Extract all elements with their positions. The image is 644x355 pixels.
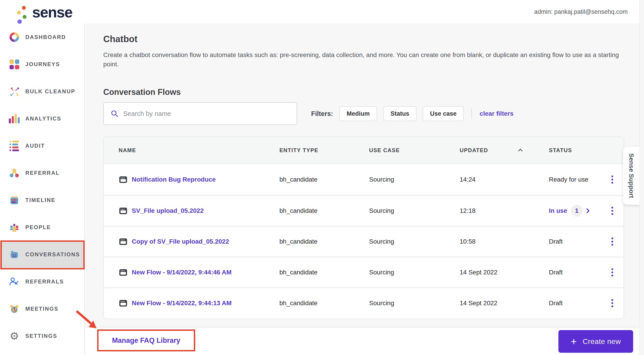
use-case-cell: Sourcing <box>369 300 460 307</box>
flow-name-cell: New Flow - 9/14/2022, 9:44:46 AM <box>119 268 280 277</box>
in-use-count-badge: 1 <box>571 205 583 217</box>
meetings-icon <box>9 304 20 314</box>
status-cell: Draft <box>549 300 607 307</box>
sidebar-item-label: TIMELINE <box>25 197 56 203</box>
section-title: Conversation Flows <box>103 88 181 97</box>
updated-cell: 14 Sept 2022 <box>460 300 549 307</box>
settings-icon: ⚙ <box>9 331 20 341</box>
use-case-cell: Sourcing <box>369 176 460 183</box>
sidebar-item-meetings[interactable]: MEETINGS <box>0 295 84 322</box>
updated-cell: 14:24 <box>460 176 549 183</box>
table-row: SV_File upload_05.2022bh_candidateSourci… <box>104 195 624 226</box>
filter-buttons: MediumStatusUse case <box>333 106 464 121</box>
sidebar-item-audit[interactable]: AUDIT <box>0 132 84 160</box>
filters-divider <box>472 108 472 119</box>
sidebar-item-bulk-cleanup[interactable]: ↖↗↙↘BULK CLEANUP <box>0 78 84 105</box>
entity-type-cell: bh_candidate <box>280 207 369 214</box>
search-box[interactable] <box>103 102 297 125</box>
analytics-icon <box>9 114 20 124</box>
main-content: Chatbot Create a chatbot conversation fl… <box>85 24 640 355</box>
column-header-use-case[interactable]: USE CASE <box>369 147 460 154</box>
status-cell: Draft <box>549 238 607 245</box>
window-icon <box>119 237 128 246</box>
use-case-cell: Sourcing <box>369 269 460 276</box>
referral-icon <box>9 168 20 178</box>
status-cell: Ready for use <box>549 176 607 183</box>
flow-name-cell: Notification Bug Reproduce <box>119 175 280 184</box>
referrals-icon <box>9 276 20 287</box>
sidebar-item-referral[interactable]: REFERRAL <box>0 160 84 186</box>
flow-name-cell: New Flow - 9/14/2022, 9:44:13 AM <box>119 299 280 308</box>
flow-name-link[interactable]: New Flow - 9/14/2022, 9:44:13 AM <box>132 300 232 307</box>
row-actions-kebab-icon[interactable] <box>607 173 617 186</box>
use-case-cell: Sourcing <box>369 207 460 214</box>
table-row: New Flow - 9/14/2022, 9:44:13 AMbh_candi… <box>104 287 624 318</box>
table-body: Notification Bug Reproducebh_candidateSo… <box>104 164 624 318</box>
sidebar-item-label: SETTINGS <box>25 333 57 339</box>
sort-ascending-icon[interactable] <box>517 147 524 154</box>
status-text: Draft <box>549 269 563 276</box>
filter-button-status[interactable]: Status <box>383 106 417 121</box>
row-actions-kebab-icon[interactable] <box>607 235 617 248</box>
sidebar-item-people[interactable]: PEOPLE <box>0 214 84 241</box>
column-header-name[interactable]: NAME <box>119 147 280 154</box>
sidebar-item-timeline[interactable]: TIMELINE <box>0 186 84 214</box>
top-header: sense admin: pankaj.patil@sensehq.com <box>0 0 644 24</box>
window-icon <box>119 206 128 215</box>
plus-icon: + <box>571 336 577 346</box>
flow-name-link[interactable]: Copy of SV_File upload_05.2022 <box>132 238 229 245</box>
row-actions-kebab-icon[interactable] <box>607 297 617 310</box>
entity-type-cell: bh_candidate <box>280 238 369 245</box>
sidebar-item-journeys[interactable]: JOURNEYS <box>0 51 84 78</box>
sense-support-tab[interactable]: Sense Support <box>623 147 640 205</box>
admin-account-label: admin: pankaj.patil@sensehq.com <box>534 0 628 24</box>
sidebar-item-settings[interactable]: ⚙SETTINGS <box>0 322 84 350</box>
updated-cell: 12:18 <box>460 207 549 214</box>
page-description: Create a chatbot conversation flow to au… <box>103 50 620 69</box>
filter-button-use-case[interactable]: Use case <box>423 106 464 121</box>
filters-label: Filters: <box>311 110 333 118</box>
scrollbar-gutter[interactable] <box>640 0 644 355</box>
sidebar-item-label: REFERRAL <box>25 170 60 176</box>
sidebar-item-analytics[interactable]: ANALYTICS <box>0 105 84 132</box>
status-in-use-link[interactable]: In use1 <box>549 205 607 217</box>
sidebar-item-label: BULK CLEANUP <box>25 88 76 95</box>
column-header-status[interactable]: STATUS <box>549 147 607 154</box>
entity-type-cell: bh_candidate <box>280 269 369 276</box>
column-header-updated[interactable]: UPDATED <box>460 147 549 154</box>
column-header-entity-type[interactable]: ENTITY TYPE <box>280 147 369 154</box>
sidebar-item-label: REFERRALS <box>25 278 64 285</box>
people-icon <box>9 222 20 232</box>
manage-faq-library-button[interactable]: Manage FAQ Library <box>112 336 180 344</box>
search-input[interactable] <box>123 110 290 118</box>
conversations-icon <box>9 249 20 260</box>
journeys-icon <box>9 59 20 70</box>
flow-name-link[interactable]: New Flow - 9/14/2022, 9:44:46 AM <box>132 269 232 276</box>
row-actions-kebab-icon[interactable] <box>607 204 617 217</box>
footer-bar: Manage FAQ Library + Create new <box>85 328 640 355</box>
sidebar-item-label: DASHBOARD <box>25 34 66 40</box>
flow-name-link[interactable]: SV_File upload_05.2022 <box>132 207 204 214</box>
table-row: Notification Bug Reproducebh_candidateSo… <box>104 164 624 195</box>
create-new-button[interactable]: + Create new <box>558 330 633 353</box>
audit-icon <box>9 140 20 151</box>
clear-filters-link[interactable]: clear filters <box>480 110 513 117</box>
table-controls: Filters: MediumStatusUse case clear filt… <box>103 102 514 125</box>
annotation-box-manage-faq: Manage FAQ Library <box>97 330 195 352</box>
window-icon <box>119 299 128 308</box>
entity-type-cell: bh_candidate <box>280 176 369 183</box>
flow-name-cell: Copy of SV_File upload_05.2022 <box>119 237 280 246</box>
sidebar-item-referrals[interactable]: REFERRALS <box>0 268 84 295</box>
updated-cell: 14 Sept 2022 <box>460 269 549 276</box>
conversation-flows-table: NAMEENTITY TYPEUSE CASEUPDATEDSTATUS Not… <box>103 136 624 319</box>
flow-name-link[interactable]: Notification Bug Reproduce <box>132 176 216 183</box>
app-window: sense admin: pankaj.patil@sensehq.com DA… <box>0 0 644 355</box>
search-icon <box>110 109 119 118</box>
sidebar-item-label: AUDIT <box>25 143 45 149</box>
sidebar-item-dashboard[interactable]: DASHBOARD <box>0 24 84 51</box>
sense-logo[interactable]: sense <box>14 2 72 22</box>
filter-button-medium[interactable]: Medium <box>340 106 377 121</box>
sidebar: DASHBOARDJOURNEYS↖↗↙↘BULK CLEANUPANALYTI… <box>0 24 85 355</box>
sidebar-item-conversations[interactable]: CONVERSATIONS <box>0 241 84 268</box>
row-actions-kebab-icon[interactable] <box>607 266 617 279</box>
